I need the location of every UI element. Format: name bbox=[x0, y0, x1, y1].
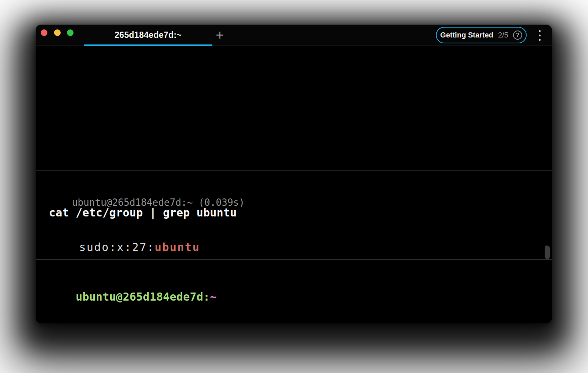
prompt-input-line[interactable]: ubuntu@265d184ede7d:~ bbox=[49, 280, 217, 313]
output-prefix: sudo:x:27: bbox=[79, 241, 155, 254]
tab-title: 265d184ede7d:~ bbox=[115, 30, 182, 40]
getting-started-button[interactable]: Getting Started 2/5 ? bbox=[436, 27, 527, 43]
tab-active[interactable]: 265d184ede7d:~ bbox=[84, 25, 212, 46]
minimize-button[interactable] bbox=[54, 29, 61, 36]
prompt-cwd: ~ bbox=[210, 290, 216, 303]
output-match-highlight: ubuntu bbox=[155, 241, 200, 254]
getting-started-label: Getting Started bbox=[440, 31, 493, 39]
getting-started-progress: 2/5 bbox=[498, 31, 508, 39]
command-text[interactable]: cat /etc/group | grep ubuntu bbox=[49, 207, 237, 218]
input-divider bbox=[36, 259, 552, 260]
menu-button[interactable] bbox=[534, 28, 545, 43]
zoom-button[interactable] bbox=[67, 29, 74, 36]
prompt-user-host: ubuntu@265d184ede7d: bbox=[76, 290, 210, 303]
new-tab-button[interactable]: + bbox=[211, 28, 228, 43]
block-divider bbox=[36, 170, 552, 171]
scrollbar-thumb[interactable] bbox=[545, 245, 550, 259]
terminal-window: 265d184ede7d:~ + Getting Started 2/5 ? u… bbox=[36, 25, 552, 323]
titlebar: 265d184ede7d:~ + Getting Started 2/5 ? bbox=[36, 25, 552, 46]
close-button[interactable] bbox=[41, 29, 47, 36]
plus-icon: + bbox=[216, 28, 224, 42]
question-circle-icon[interactable]: ? bbox=[513, 31, 522, 40]
kebab-menu-icon bbox=[539, 39, 541, 41]
kebab-menu-icon bbox=[539, 35, 541, 36]
kebab-menu-icon bbox=[539, 30, 541, 32]
tab-active-indicator bbox=[84, 44, 212, 46]
